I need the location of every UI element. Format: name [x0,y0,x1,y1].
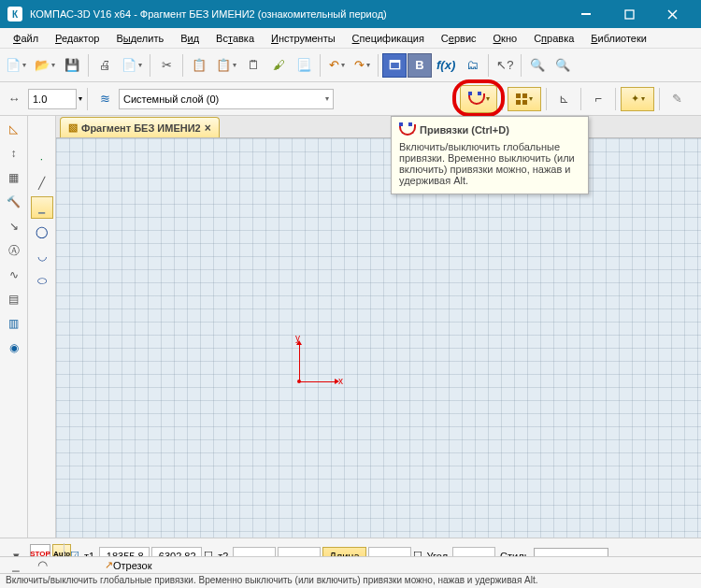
titlebar: К КОМПАС-3D V16 x64 - Фрагмент БЕЗ ИМЕНИ… [0,0,701,28]
menu-edit[interactable]: Редактор [48,31,107,46]
main-area: ◺ ↕ ▦ 🔨 ↘ Ⓐ ∿ ▤ ▥ ◉ · ╱ ⎯ ◯ ◡ ⬭ ▧ Фрагме… [0,116,701,538]
fx-button[interactable]: f(x) [433,53,459,78]
callout-icon[interactable]: ↘ [3,215,25,237]
svg-rect-1 [625,10,634,19]
circle-icon[interactable]: ◯ [31,221,53,243]
compass-icon[interactable]: Ⓐ [3,239,25,262]
brush-button[interactable]: 🖌 [266,53,291,78]
doc-tab-close[interactable]: × [205,122,211,135]
main-toolbar: 📄 📂 💾 🖨 📄 ✂ 📋 📋 🗒 🖌 📃 ↶ ↷ 🗔 В f(x) 🗂 ↖? … [0,49,701,82]
new-button[interactable]: 📄 [2,53,30,78]
spiral-icon[interactable]: ◉ [3,337,25,359]
document-area: ▧ Фрагмент БЕЗ ИМЕНИ2 × x y [56,116,701,538]
mode-row: ↗ Отрезок [101,556,701,573]
separator [502,88,503,110]
hatch-icon[interactable]: ▦ [3,166,25,189]
zoom-out-button[interactable]: 🔍 [551,53,575,78]
ortho-button[interactable]: ⊾ [551,87,576,111]
line-segment-icon[interactable]: ⎯ [31,196,53,219]
aux-line-icon[interactable]: ╱ [31,172,53,194]
layer-select[interactable]: Системный слой (0) [119,89,334,109]
doc-tabs: ▧ Фрагмент БЕЗ ИМЕНИ2 × [56,116,701,138]
save-button[interactable]: 💾 [60,53,84,78]
menu-insert[interactable]: Вставка [208,31,262,46]
separator [659,88,660,110]
doc-tab-icon: ▧ [68,122,78,134]
cursor-snap-button[interactable]: ✦ [621,87,654,111]
mode-label: Отрезок [113,560,151,571]
svg-rect-0 [581,13,591,15]
mode-arc-icon[interactable]: ◠ [30,558,54,573]
separator [546,88,547,110]
separator [182,54,183,77]
menu-select[interactable]: Выделить [108,31,171,46]
variables-button[interactable]: В [408,53,432,78]
ellipse-icon[interactable]: ⬭ [31,269,53,292]
secondary-toolbar: ↔ ▾ ≋ Системный слой (0) ⊾ ⌐ ✦ ✎ [0,82,701,116]
tooltip-body: Включить/выключить глобальные привязки. … [399,141,580,186]
print-button[interactable]: 🖨 [93,53,117,78]
magnet-icon [468,92,483,107]
separator [320,54,321,77]
spline-icon[interactable]: ∿ [3,264,25,286]
brush2-button[interactable]: ✎ [665,87,689,111]
zoom-in-button[interactable]: 🔍 [525,53,550,78]
maximize-button[interactable] [608,0,651,28]
canvas[interactable]: x y [56,138,701,538]
separator [150,54,150,77]
statusbar: Включить/выключить глобальные привязки. … [0,573,701,588]
dim-icon[interactable]: ↔ [2,87,26,111]
properties-button[interactable]: 📃 [292,53,316,78]
menu-view[interactable]: Вид [173,31,207,46]
tooltip-title: Привязки (Ctrl+D) [420,124,509,136]
point-icon[interactable]: · [31,148,53,170]
dimension-icon[interactable]: ↕ [3,142,25,165]
report-icon[interactable]: ▥ [3,312,25,335]
grid-icon [516,93,527,105]
menu-help[interactable]: Справка [526,31,581,46]
layers-manager-button[interactable]: 🗂 [460,53,484,78]
arc-icon[interactable]: ◡ [31,245,53,267]
print-preview-button[interactable]: 📄 [118,53,146,78]
open-button[interactable]: 📂 [31,53,59,78]
help-pointer-button[interactable]: ↖? [493,53,517,78]
window-title: КОМПАС-3D V16 x64 - Фрагмент БЕЗ ИМЕНИ2 … [30,8,565,20]
separator [580,88,581,110]
step-button[interactable]: ⌐ [586,87,610,111]
undo-button[interactable]: ↶ [324,53,349,78]
left-toolbox-1: ◺ ↕ ▦ 🔨 ↘ Ⓐ ∿ ▤ ▥ ◉ [0,116,28,538]
tooltip-snaps: Привязки (Ctrl+D) Включить/выключить гло… [391,116,589,194]
scale-input[interactable] [28,89,77,109]
menu-libs[interactable]: Библиотеки [583,31,654,46]
grid-background [56,138,701,538]
layers-icon[interactable]: ≋ [93,87,117,111]
left-toolbox-2: · ╱ ⎯ ◯ ◡ ⬭ [28,116,56,538]
edit-hammer-icon[interactable]: 🔨 [3,191,25,213]
paste-button[interactable]: 📋 [212,53,240,78]
separator [488,54,489,77]
mode-segment-icon[interactable]: ⎯ [4,558,28,573]
menubar: Файл Редактор Выделить Вид Вставка Инстр… [0,28,701,49]
menu-file[interactable]: Файл [6,31,46,46]
geom-triangle-icon[interactable]: ◺ [3,118,25,140]
cut-button[interactable]: ✂ [154,53,179,78]
menu-tools[interactable]: Инструменты [264,31,343,46]
table-icon[interactable]: ▤ [3,288,25,310]
redo-button[interactable]: ↷ [350,53,374,78]
clipboard-button[interactable]: 🗒 [241,53,265,78]
minimize-button[interactable] [565,0,608,28]
grid-toggle-button[interactable] [508,87,541,111]
menu-service[interactable]: Сервис [434,31,484,46]
separator [378,54,379,77]
magnet-icon [399,122,414,137]
snaps-button[interactable] [460,85,497,113]
menu-window[interactable]: Окно [486,31,525,46]
y-axis-label: y [295,333,300,343]
separator [87,88,88,110]
layer-name-label: Системный слой (0) [123,93,219,105]
close-button[interactable] [651,0,694,28]
manager-button[interactable]: 🗔 [382,53,407,78]
copy-button[interactable]: 📋 [187,53,211,78]
doc-tab-fragment[interactable]: ▧ Фрагмент БЕЗ ИМЕНИ2 × [60,117,220,137]
menu-spec[interactable]: Спецификация [345,31,432,46]
